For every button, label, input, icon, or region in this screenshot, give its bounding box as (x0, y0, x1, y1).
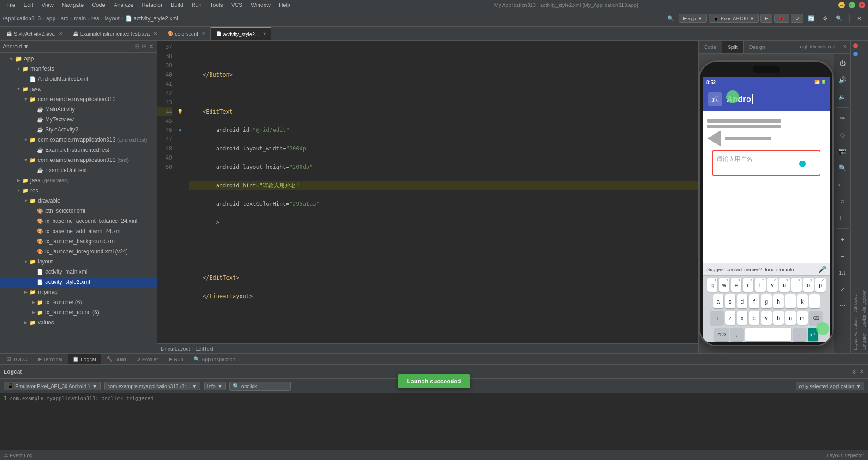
key-h[interactable]: h (773, 294, 784, 308)
menu-edit[interactable]: Edit (20, 1, 37, 9)
tree-item-res[interactable]: ▼ 📁 res (0, 185, 157, 196)
menu-tools[interactable]: Tools (206, 1, 227, 9)
tab-code[interactable]: Code (699, 41, 722, 53)
menu-navigate[interactable]: Navigate (58, 1, 87, 9)
tree-item-com-example[interactable]: ▼ 📁 com.example.myapplication313 (0, 94, 157, 104)
key-j[interactable]: j (785, 294, 796, 308)
menu-vcs[interactable]: VCS (228, 1, 247, 9)
menu-file[interactable]: File (3, 1, 19, 9)
tree-item-layout[interactable]: ▼ 📁 layout (0, 257, 157, 267)
tree-item-java-generated[interactable]: ▶ 📁 java (generated) (0, 175, 157, 185)
brush-icon[interactable]: ✏ (835, 110, 850, 126)
key-p[interactable]: 0p (815, 278, 826, 292)
key-x[interactable]: x (737, 311, 747, 325)
tree-item-exampleinstrumented[interactable]: ☕ ExampleInstrumentedTest (0, 145, 157, 155)
square-icon[interactable]: □ (835, 210, 850, 226)
tree-item-mainactivity[interactable]: ☕ MainActivity (0, 104, 157, 114)
tree-item-java[interactable]: ▼ 📁 java (0, 84, 157, 94)
tab-close-icon[interactable]: ✕ (153, 31, 157, 36)
maximize-button[interactable]: □ (849, 2, 855, 8)
menu-window[interactable]: Window (247, 1, 274, 9)
tree-item-styleactivity2[interactable]: ☕ StyleActivity2 (0, 125, 157, 135)
tab-colors[interactable]: 🎨 colors.xml ✕ (163, 27, 211, 40)
close-logcat-icon[interactable]: ✕ (859, 368, 864, 375)
settings-icon[interactable]: ⚙ (852, 368, 857, 375)
menu-view[interactable]: View (38, 1, 57, 9)
level-selector[interactable]: Info ▼ (204, 382, 226, 390)
tree-item-ic-bg[interactable]: 🎨 ic_launcher_background.xml (0, 236, 157, 246)
tab-terminal[interactable]: ▶ Terminal (33, 354, 67, 364)
tree-item-test-folder[interactable]: ▼ 📁 com.example.myapplication313 (test) (0, 155, 157, 165)
tree-item-drawable[interactable]: ▼ 📁 drawable (0, 196, 157, 206)
tree-item-manifests[interactable]: ▼ 📁 manifests (0, 64, 157, 74)
tree-item-ic-account[interactable]: 🎨 ic_baseline_account_balance_24.xml (0, 216, 157, 226)
zoom-icon[interactable]: 🔍 (835, 160, 850, 176)
close-button[interactable]: ✕ (859, 2, 865, 8)
magnifier-icon[interactable]: 🔍 (665, 12, 677, 24)
key-e[interactable]: 3e (731, 278, 741, 292)
tree-item-ic-fg[interactable]: 🎨 ic_launcher_foreground.xml (v24) (0, 246, 157, 257)
tab-styleactivity2[interactable]: ☕ StyleActivity2.java ✕ (2, 27, 67, 40)
power-icon[interactable]: ⏻ (835, 55, 850, 71)
tab-run[interactable]: ▶ Run (164, 354, 188, 364)
zoom-out-icon[interactable]: − (835, 248, 850, 264)
breadcrumb-part-2[interactable]: src (61, 15, 68, 22)
menu-build[interactable]: Build (167, 1, 187, 9)
attr-tab-attributes[interactable]: Attributes (852, 292, 859, 315)
package-selector[interactable]: com.example.myapplication313 (8:... ▼ (104, 382, 200, 390)
resize-handle-tl[interactable] (726, 90, 739, 103)
profile-button[interactable]: ⊙ (791, 14, 803, 23)
close-panel-button[interactable]: ✕ (853, 12, 865, 24)
key-v[interactable]: v (761, 311, 772, 325)
filter-selector[interactable]: only selected application ▼ (796, 382, 864, 390)
tree-item-activity-main[interactable]: 📄 activity_main.xml (0, 267, 157, 277)
minimize-button[interactable]: ─ (838, 2, 845, 8)
layout-inspector-btn[interactable]: Layout Inspector (827, 453, 864, 458)
breadcrumb-edittext[interactable]: EditText (195, 346, 213, 352)
key-d[interactable]: d (737, 294, 747, 308)
fit-icon[interactable]: 1:1 (835, 265, 850, 281)
edit-text-field[interactable]: 请输入用户名 (712, 150, 820, 176)
search-input[interactable] (241, 383, 288, 389)
tree-item-values[interactable]: ▶ 📁 values (0, 317, 157, 328)
tab-todo[interactable]: ☑ TODO (2, 354, 32, 364)
tree-item-exampleunit[interactable]: ☕ ExampleUnitTest (0, 165, 157, 175)
breadcrumb-part-3[interactable]: main (74, 15, 86, 22)
key-r[interactable]: 4r (743, 278, 753, 292)
menu-run[interactable]: Run (188, 1, 205, 9)
tab-design[interactable]: Design (744, 41, 771, 53)
close-device-panel[interactable]: ✕ (838, 41, 850, 53)
tree-item-app[interactable]: ▼ 📁 app (0, 54, 157, 64)
key-b[interactable]: b (773, 311, 784, 325)
key-w[interactable]: 2w (719, 278, 729, 292)
key-n[interactable]: n (785, 311, 796, 325)
tree-item-androidtest[interactable]: ▼ 📁 com.example.myapplication313 (androi… (0, 135, 157, 145)
settings-button[interactable]: ⚙ (819, 12, 831, 24)
key-a[interactable]: a (713, 294, 723, 308)
zoom-in-icon[interactable]: + (835, 232, 850, 247)
tab-activity-style2[interactable]: 📄 activity_style2... ✕ (211, 27, 272, 40)
key-s[interactable]: s (725, 294, 735, 308)
key-m[interactable]: m (797, 311, 808, 325)
resize-handle-br[interactable] (816, 322, 829, 335)
device-selector[interactable]: 📱Pixel API 30▼ (709, 14, 759, 23)
device-file-explorer-tab[interactable]: Device File Explorer (861, 287, 868, 330)
tab-appinspection[interactable]: 🔍 App Inspection (189, 354, 240, 364)
key-f[interactable]: f (749, 294, 760, 308)
tab-build[interactable]: 🔨 Build (102, 354, 130, 364)
editor-content[interactable]: 37 38 39 40 41 42 43 44 45 46 47 48 49 5… (157, 41, 698, 343)
breadcrumb-part-5[interactable]: layout (105, 15, 120, 22)
device-selector-logcat[interactable]: 📱 Emulator Pixel_API_30 Android 1 ▼ (4, 382, 101, 390)
key-comma[interactable]: , (730, 328, 743, 341)
breadcrumb-file[interactable]: 📄 activity_style2.xml (125, 15, 178, 22)
key-k[interactable]: k (797, 294, 808, 308)
back-icon[interactable]: ⟵ (835, 177, 850, 192)
debug-button[interactable]: 🐞 (774, 14, 789, 23)
breadcrumb-part-0[interactable]: /Application313 (3, 15, 41, 22)
logcat-search[interactable]: 🔍 (229, 382, 291, 391)
tab-logcat[interactable]: 📋 Logcat (68, 354, 101, 364)
collapse-all-icon[interactable]: ⊞ (134, 43, 139, 50)
tree-item-ic-alarm[interactable]: 🎨 ic_baseline_add_alarm_24.xml (0, 226, 157, 236)
menu-code[interactable]: Code (88, 1, 109, 9)
breadcrumb-part-4[interactable]: res (91, 15, 99, 22)
